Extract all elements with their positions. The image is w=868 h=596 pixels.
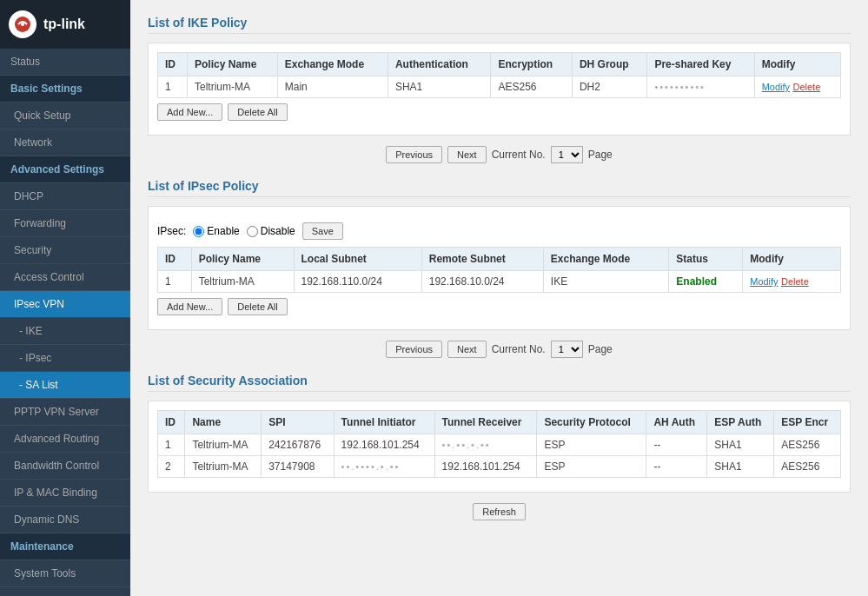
ike-table: IDPolicy NameExchange ModeAuthentication… bbox=[157, 52, 841, 98]
ike-previous-button[interactable]: Previous bbox=[386, 146, 442, 163]
ike-delete-link[interactable]: Delete bbox=[792, 82, 820, 92]
sa-col-ah-auth: AH Auth bbox=[646, 411, 707, 434]
ike-col-policy-name: Policy Name bbox=[188, 53, 278, 76]
ipsec-disable-text: Disable bbox=[261, 225, 295, 237]
ike-page-select[interactable]: 1 bbox=[551, 146, 583, 163]
ipsec-col-id: ID bbox=[158, 248, 192, 271]
ike-modify-cell: Modify Delete bbox=[754, 76, 840, 98]
ipsec-delete-link[interactable]: Delete bbox=[781, 276, 809, 287]
svg-point-1 bbox=[21, 23, 24, 26]
ipsec-table-row: 1Teltrium-MA192.168.110.0/24192.168.10.0… bbox=[158, 271, 841, 293]
sidebar-item-security[interactable]: Security bbox=[0, 237, 130, 264]
sa-col-esp-auth: ESP Auth bbox=[707, 411, 774, 434]
ike-col-dh-group: DH Group bbox=[572, 53, 646, 76]
logo-icon bbox=[9, 10, 36, 38]
ipsec-col-exchange-mode: Exchange Mode bbox=[543, 248, 669, 271]
sa-col-tunnel-initiator: Tunnel Initiator bbox=[334, 411, 434, 434]
sidebar-item-bandwidth-control[interactable]: Bandwidth Control bbox=[0, 453, 130, 480]
ipsec-col-status: Status bbox=[669, 248, 743, 271]
ipsec-next-button[interactable]: Next bbox=[447, 341, 487, 358]
ike-col-id: ID bbox=[158, 53, 188, 76]
sa-col-name: Name bbox=[185, 411, 262, 434]
sidebar-item-ipsec[interactable]: - IPsec bbox=[0, 345, 130, 372]
ipsec-col-local-subnet: Local Subnet bbox=[294, 248, 421, 271]
ipsec-modify-link[interactable]: Modify bbox=[750, 276, 778, 287]
sa-col-esp-encr: ESP Encr bbox=[774, 411, 841, 434]
ipsec-table-header: IDPolicy NameLocal SubnetRemote SubnetEx… bbox=[158, 248, 841, 271]
sidebar-item-system-tools[interactable]: System Tools bbox=[0, 560, 130, 587]
ipsec-btn-row: Add New... Delete All bbox=[157, 298, 841, 315]
ike-col-encryption: Encryption bbox=[491, 53, 573, 76]
sidebar-item-access-control[interactable]: Access Control bbox=[0, 264, 130, 291]
ike-section-title: List of IKE Policy bbox=[148, 9, 851, 34]
sa-col-tunnel-receiver: Tunnel Receiver bbox=[434, 411, 537, 434]
ike-add-new-button[interactable]: Add New... bbox=[157, 103, 222, 121]
ike-col-exchange-mode: Exchange Mode bbox=[277, 53, 388, 76]
sa-table-row: 2Teltrium-MA37147908••.••••.•.••192.168.… bbox=[158, 456, 841, 478]
sa-tunnel-initiator: 192.168.101.254 bbox=[334, 434, 434, 456]
sa-table-header: IDNameSPITunnel InitiatorTunnel Receiver… bbox=[158, 411, 841, 434]
ike-table-header: IDPolicy NameExchange ModeAuthentication… bbox=[158, 53, 841, 76]
sidebar-item-ip-mac-binding[interactable]: IP & MAC Binding bbox=[0, 480, 130, 507]
sa-tunnel-receiver: ••.••.•.•• bbox=[434, 434, 537, 456]
ipsec-page-select[interactable]: 1 bbox=[551, 341, 583, 358]
ike-col-pre-shared-key: Pre-shared Key bbox=[647, 53, 754, 76]
ipsec-save-button[interactable]: Save bbox=[302, 222, 343, 240]
sidebar-item-sa-list[interactable]: - SA List bbox=[0, 372, 130, 399]
ipsec-status: Enabled bbox=[669, 271, 743, 293]
sa-section-block: IDNameSPITunnel InitiatorTunnel Receiver… bbox=[148, 401, 851, 493]
ipsec-label: IPsec: bbox=[157, 225, 186, 237]
sidebar: tp-link StatusBasic SettingsQuick SetupN… bbox=[0, 0, 130, 596]
sa-refresh-button[interactable]: Refresh bbox=[473, 503, 526, 520]
ipsec-table-body: 1Teltrium-MA192.168.110.0/24192.168.10.0… bbox=[158, 271, 841, 293]
ipsec-disable-label[interactable]: Disable bbox=[247, 225, 295, 237]
content-wrapper: List of IKE Policy IDPolicy NameExchange… bbox=[130, 0, 868, 596]
ipsec-previous-button[interactable]: Previous bbox=[386, 341, 442, 358]
sidebar-items-container: StatusBasic SettingsQuick SetupNetworkAd… bbox=[0, 49, 130, 587]
ike-section-block: IDPolicy NameExchange ModeAuthentication… bbox=[148, 43, 851, 136]
ipsec-enable-text: Enable bbox=[207, 225, 239, 237]
sidebar-item-basic-settings: Basic Settings bbox=[0, 76, 130, 103]
sidebar-item-ike[interactable]: - IKE bbox=[0, 318, 130, 345]
sidebar-item-status[interactable]: Status bbox=[0, 49, 130, 76]
logo-text: tp-link bbox=[43, 17, 85, 32]
ipsec-page-label: Page bbox=[588, 343, 613, 355]
ike-table-body: 1Teltrium-MAMainSHA1AES256DH2••••••••••M… bbox=[158, 76, 841, 98]
sa-col-security-protocol: Security Protocol bbox=[537, 411, 646, 434]
sa-table-row: 1Teltrium-MA242167876192.168.101.254••.•… bbox=[158, 434, 841, 456]
ipsec-toggle-row: IPsec: Enable Disable Save bbox=[157, 222, 841, 240]
ike-modify-link[interactable]: Modify bbox=[762, 82, 790, 92]
sa-section-title: List of Security Association bbox=[148, 367, 851, 392]
sidebar-item-quick-setup[interactable]: Quick Setup bbox=[0, 103, 130, 129]
ike-btn-row: Add New... Delete All bbox=[157, 103, 841, 121]
sidebar-item-advanced-routing[interactable]: Advanced Routing bbox=[0, 426, 130, 453]
sa-col-spi: SPI bbox=[262, 411, 334, 434]
ipsec-col-policy-name: Policy Name bbox=[191, 248, 294, 271]
ike-preshared-key: •••••••••• bbox=[647, 76, 754, 98]
ike-col-authentication: Authentication bbox=[388, 53, 491, 76]
ike-delete-all-button[interactable]: Delete All bbox=[228, 103, 287, 121]
sidebar-item-ipsec-vpn[interactable]: IPsec VPN bbox=[0, 291, 130, 318]
sidebar-item-advanced-settings: Advanced Settings bbox=[0, 156, 130, 183]
sidebar-item-pptp-vpn-server[interactable]: PPTP VPN Server bbox=[0, 399, 130, 426]
ipsec-disable-radio[interactable] bbox=[247, 226, 258, 237]
ike-table-row: 1Teltrium-MAMainSHA1AES256DH2••••••••••M… bbox=[158, 76, 841, 98]
sidebar-item-forwarding[interactable]: Forwarding bbox=[0, 210, 130, 237]
sa-tunnel-receiver: 192.168.101.254 bbox=[434, 456, 537, 478]
sidebar-item-network[interactable]: Network bbox=[0, 129, 130, 156]
ipsec-col-modify: Modify bbox=[743, 248, 841, 271]
ipsec-enable-radio[interactable] bbox=[193, 226, 204, 237]
ipsec-current-no-label: Current No. bbox=[492, 343, 546, 355]
sa-table-body: 1Teltrium-MA242167876192.168.101.254••.•… bbox=[158, 434, 841, 478]
logo-area: tp-link bbox=[0, 0, 130, 49]
ike-next-button[interactable]: Next bbox=[447, 146, 487, 163]
ipsec-add-new-button[interactable]: Add New... bbox=[157, 298, 222, 315]
sidebar-item-dynamic-dns[interactable]: Dynamic DNS bbox=[0, 507, 130, 533]
ipsec-modify-cell: Modify Delete bbox=[743, 271, 841, 293]
ipsec-enable-label[interactable]: Enable bbox=[193, 225, 239, 237]
ipsec-delete-all-button[interactable]: Delete All bbox=[228, 298, 287, 315]
sa-table: IDNameSPITunnel InitiatorTunnel Receiver… bbox=[157, 410, 841, 478]
sa-col-id: ID bbox=[158, 411, 185, 434]
sidebar-item-dhcp[interactable]: DHCP bbox=[0, 183, 130, 210]
ipsec-col-remote-subnet: Remote Subnet bbox=[421, 248, 543, 271]
